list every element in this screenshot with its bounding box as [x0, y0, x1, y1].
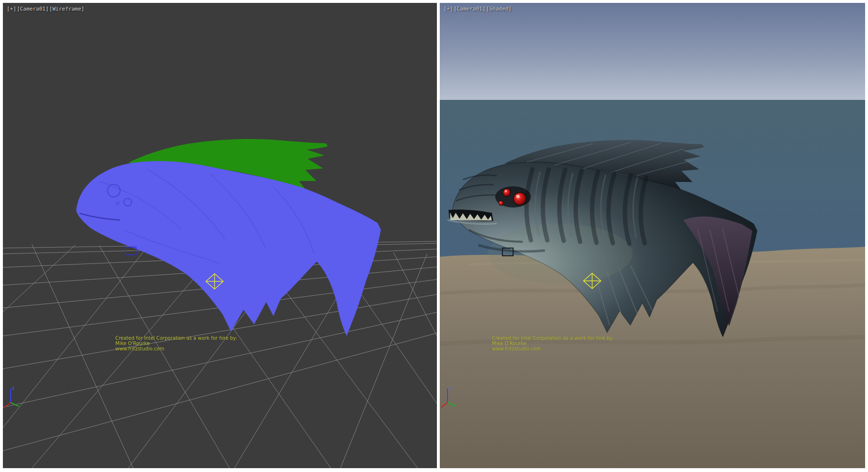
fish-eye-second [503, 189, 511, 196]
viewport-menu-shading[interactable]: [Wireframe] [49, 6, 84, 12]
viewport-menu-general[interactable]: [+] [7, 6, 16, 12]
fish-eye-third [499, 201, 503, 206]
viewport-menu-pov[interactable]: [Camera01] [17, 6, 49, 12]
viewport-shaded[interactable]: z [+][Camera01][Shaded] Created for Inte… [440, 3, 865, 468]
watermark-line: Created for Intel Corporation as a work … [115, 335, 237, 341]
fish-model[interactable] [76, 139, 381, 336]
viewport-wireframe[interactable]: z [+][Camera01][Wireframe] Created for I… [3, 3, 437, 468]
watermark-line: www.fritzstudio.com [115, 346, 237, 351]
viewport-label: [+][Camera01][Shaded] [444, 6, 512, 12]
fish-body [76, 161, 381, 336]
watermark-line: www.fritzstudio.com [492, 346, 614, 351]
viewport-menu-general[interactable]: [+] [444, 6, 453, 12]
fish-eye-main [514, 193, 526, 205]
scene-watermark: Created for Intel Corporation as a work … [115, 335, 237, 351]
viewport-canvas-wireframe[interactable]: z [3, 3, 437, 468]
viewport-menu-pov[interactable]: [Camera01] [454, 6, 486, 12]
watermark-line: Mike O'Rourke [115, 341, 237, 346]
axis-z-label: z [449, 386, 451, 390]
watermark-line: Created for Intel Corporation as a work … [492, 335, 614, 341]
scene-watermark: Created for Intel Corporation as a work … [492, 335, 614, 351]
watermark-line: Mike O'Rourke [492, 341, 614, 346]
axis-z-label: z [12, 386, 14, 390]
viewport-canvas-shaded[interactable]: z [440, 3, 865, 468]
viewport-label: [+][Camera01][Wireframe] [7, 6, 85, 12]
viewport-menu-shading[interactable]: [Shaded] [486, 6, 512, 12]
